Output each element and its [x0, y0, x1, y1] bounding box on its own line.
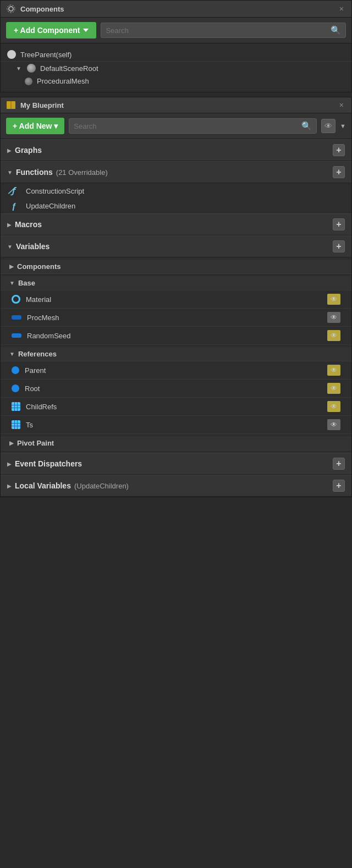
pivot-paint-label: Pivot Paint	[17, 439, 54, 447]
material-label: Material	[26, 295, 51, 304]
blueprint-search-input[interactable]	[74, 122, 298, 130]
construction-script-icon: ƒ̸	[12, 186, 21, 196]
my-blueprint-panel: My Blueprint × + Add New ▾ 🔍 👁 ▼ ▶ Graph…	[0, 97, 352, 497]
components-panel: Components × + Add Component 🔍 TreeParen…	[0, 0, 352, 92]
macros-section-left: ▶ Macros	[7, 220, 42, 229]
procmesh-dot	[12, 315, 21, 320]
material-dot	[12, 295, 20, 304]
childrefs-label: ChildRefs	[26, 403, 57, 411]
update-children-icon: ƒ	[12, 201, 21, 211]
local-variables-section-header[interactable]: ▶ Local Variables (UpdateChildren) +	[1, 475, 351, 497]
event-dispatchers-arrow: ▶	[7, 461, 12, 467]
variables-title: Variables	[16, 242, 50, 251]
functions-title: Functions	[16, 168, 53, 177]
ts-label: Ts	[26, 421, 33, 429]
variable-ts[interactable]: Ts 👁	[1, 416, 351, 434]
defaultsceneroot-label: DefaultSceneRoot	[40, 64, 98, 73]
parent-eye[interactable]: 👁	[327, 365, 340, 376]
variable-parent[interactable]: Parent 👁	[1, 361, 351, 380]
pivot-paint-subsection: ▶ Pivot Paint	[1, 434, 351, 451]
variable-material[interactable]: Material 👁	[1, 290, 351, 309]
add-component-button[interactable]: + Add Component	[6, 22, 96, 39]
childrefs-eye[interactable]: 👁	[327, 401, 340, 412]
randomseed-eye[interactable]: 👁	[327, 330, 340, 341]
root-dot	[12, 384, 19, 392]
variables-add-button[interactable]: +	[333, 240, 345, 252]
ts-eye[interactable]: 👁	[327, 419, 340, 430]
macros-add-button[interactable]: +	[333, 218, 345, 230]
search-icon: 🔍	[331, 25, 341, 35]
tree-item-defaultsceneroot[interactable]: ▼ DefaultSceneRoot	[1, 62, 351, 75]
components-subsection: ▶ Components	[1, 257, 351, 274]
base-arrow: ▼	[9, 280, 15, 286]
pivot-paint-header[interactable]: ▶ Pivot Paint	[1, 436, 351, 451]
macros-title: Macros	[15, 220, 42, 229]
root-label: Root	[25, 384, 40, 393]
construction-script-label: ConstructionScript	[26, 187, 84, 195]
components-title-label: Components	[20, 5, 64, 13]
base-subsection-header[interactable]: ▼ Base	[1, 276, 351, 290]
event-dispatchers-section-left: ▶ Event Dispatchers	[7, 459, 82, 468]
local-variables-arrow: ▶	[7, 483, 12, 489]
update-children-item[interactable]: ƒ UpdateChildren	[1, 199, 351, 213]
root-eye[interactable]: 👁	[327, 383, 340, 394]
blueprint-toolbar: + Add New ▾ 🔍 👁 ▼	[1, 113, 351, 139]
components-sub-label: Components	[17, 262, 61, 271]
randomseed-dot	[12, 333, 21, 338]
local-variables-title: Local Variables	[15, 481, 71, 490]
base-subsection: ▼ Base Material 👁 ProcMesh 👁 RandomSeed …	[1, 274, 351, 345]
graphs-arrow: ▶	[7, 147, 12, 153]
pivot-paint-arrow: ▶	[9, 440, 14, 446]
variable-childrefs[interactable]: ChildRefs 👁	[1, 398, 351, 416]
tree-item-proceduralmesh[interactable]: ProceduralMesh	[1, 75, 351, 87]
functions-section-header[interactable]: ▼ Functions (21 Overridable) +	[1, 161, 351, 183]
visibility-dropdown-arrow[interactable]: ▼	[340, 123, 346, 129]
blueprint-panel-header: My Blueprint ×	[1, 97, 351, 113]
blueprint-panel-title: My Blueprint	[6, 101, 64, 109]
blueprint-title-label: My Blueprint	[20, 101, 64, 109]
procmesh-eye[interactable]: 👁	[327, 312, 340, 323]
components-sub-arrow: ▶	[9, 263, 14, 270]
graphs-add-button[interactable]: +	[333, 144, 345, 156]
construction-script-item[interactable]: ƒ̸ ConstructionScript	[1, 183, 351, 199]
components-panel-close[interactable]: ×	[337, 4, 346, 13]
macros-arrow: ▶	[7, 222, 12, 228]
variable-randomseed[interactable]: RandomSeed 👁	[1, 327, 351, 345]
blueprint-search-box[interactable]: 🔍	[69, 118, 317, 134]
references-subsection: ▼ References Parent 👁 Root 👁 ChildRefs 👁	[1, 345, 351, 434]
graphs-title: Graphs	[15, 146, 42, 155]
local-variables-section-left: ▶ Local Variables (UpdateChildren)	[7, 481, 129, 490]
add-new-button[interactable]: + Add New ▾	[6, 118, 64, 134]
defaultsceneroot-arrow: ▼	[16, 65, 23, 72]
components-search-input[interactable]	[106, 26, 327, 35]
components-search-box[interactable]: 🔍	[101, 23, 346, 38]
variable-root[interactable]: Root 👁	[1, 380, 351, 398]
childrefs-dot	[12, 402, 20, 411]
event-dispatchers-add-button[interactable]: +	[333, 458, 345, 470]
proceduralmesh-label: ProceduralMesh	[37, 77, 89, 85]
components-tree: TreeParent(self) ▼ DefaultSceneRoot Proc…	[1, 43, 351, 92]
procmesh-label: ProcMesh	[27, 314, 59, 322]
variables-section-header[interactable]: ▼ Variables +	[1, 235, 351, 257]
tree-item-treeparent[interactable]: TreeParent(self)	[1, 48, 351, 61]
graphs-section-left: ▶ Graphs	[7, 146, 42, 155]
macros-section-header[interactable]: ▶ Macros +	[1, 213, 351, 235]
local-variables-add-button[interactable]: +	[333, 480, 345, 492]
event-dispatchers-title: Event Dispatchers	[15, 459, 82, 468]
blueprint-book-icon	[6, 101, 16, 109]
functions-section-left: ▼ Functions (21 Overridable)	[7, 168, 108, 177]
visibility-eye-button[interactable]: 👁	[321, 119, 336, 133]
base-label: Base	[18, 279, 35, 287]
graphs-section-header[interactable]: ▶ Graphs +	[1, 139, 351, 161]
components-panel-header: Components ×	[1, 1, 351, 18]
functions-add-button[interactable]: +	[333, 166, 345, 178]
event-dispatchers-section-header[interactable]: ▶ Event Dispatchers +	[1, 453, 351, 475]
material-eye[interactable]: 👁	[327, 294, 340, 305]
references-subsection-header[interactable]: ▼ References	[1, 347, 351, 361]
components-icon	[6, 4, 16, 14]
components-subsection-header[interactable]: ▶ Components	[1, 260, 351, 274]
blueprint-panel-close[interactable]: ×	[337, 101, 346, 109]
variable-procmesh[interactable]: ProcMesh 👁	[1, 309, 351, 327]
add-component-arrow	[83, 29, 89, 32]
add-new-label: + Add New ▾	[13, 122, 58, 130]
